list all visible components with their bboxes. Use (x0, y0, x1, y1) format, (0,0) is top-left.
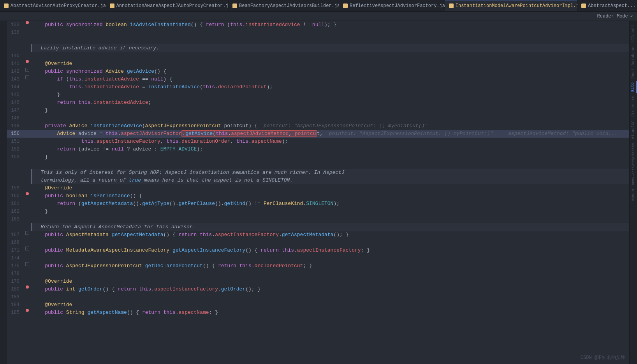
code-content: this.instantiatedAdvice = instantiateAdv… (31, 83, 629, 91)
code-line-180: 180 public int getOrder() { return this.… (7, 285, 629, 293)
code-line-159: 159 @Override (7, 184, 629, 192)
code-line-150: 150 Advice advice = this.aspectJAdvisorF… (7, 130, 629, 138)
code-line-175: 175 - public AspectJExpressionPointcut g… (7, 262, 629, 270)
tab-label: AnnotationAwareAspectJAutoProxyCreator.j… (116, 3, 237, 9)
line-gutter (23, 21, 31, 24)
line-gutter (23, 309, 31, 312)
code-area[interactable]: 133 public synchronized boolean isAdvice… (7, 21, 629, 364)
code-line-149: 149 private Advice instantiateAdvice(Asp… (7, 122, 629, 130)
code-content: @Override (31, 184, 629, 192)
line-gutter (23, 60, 31, 63)
line-num: 146 (7, 99, 23, 107)
line-gutter: - (23, 75, 31, 79)
line-num: 162 (7, 208, 23, 215)
code-line-133: 133 public synchronized boolean isAdvice… (7, 21, 629, 29)
code-line-167: 167 - public AspectMetadata getAspectMet… (7, 231, 629, 239)
tab-instantiation-model[interactable]: InstantiationModelAwarePointcutAdvisorIm… (445, 0, 577, 12)
code-line-162: 162 } (7, 208, 629, 215)
code-line-comment-aop: This is only of interest for Spring AOP:… (7, 169, 629, 177)
line-gutter: - (23, 68, 31, 72)
code-line-140: 140 (7, 52, 629, 60)
line-gutter: - (23, 247, 31, 250)
line-num: 136 (7, 29, 23, 37)
reader-mode-check-icon: ✓ (630, 13, 633, 19)
code-content: private Advice instantiateAdvice(AspectJ… (31, 122, 629, 130)
line-num: 160 (7, 192, 23, 200)
line-num: 143 (7, 75, 23, 83)
line-num: 178 (7, 270, 23, 278)
reader-mode-label[interactable]: Reader Mode (597, 14, 628, 19)
code-scroll[interactable]: 133 public synchronized boolean isAdvice… (7, 21, 629, 364)
tab-icon (581, 4, 586, 8)
code-line-comment-return: Return the AspectJ AspectMetadata for th… (7, 223, 629, 231)
sidebar-label-database[interactable]: Database (630, 45, 636, 67)
tab-label: InstantiationModelAwarePointcutAdvisorIm… (456, 3, 587, 9)
line-num: 171 (7, 247, 23, 254)
code-line-168: 168 (7, 239, 629, 247)
code-content: } (31, 91, 629, 99)
sidebar-label-visualgc[interactable]: VisualGC (630, 119, 636, 141)
line-num: 152 (7, 145, 23, 153)
line-num: 141 (7, 60, 23, 68)
line-num: 175 (7, 262, 23, 270)
tab-abstract-advisor[interactable]: AbstractAdvisorAutoProxyCreator.java ✕ (0, 0, 106, 12)
tab-reflective[interactable]: ReflectiveAspectJAdvisorFactory.java ✕ (339, 0, 445, 12)
code-content: return this.instantiatedAdvice; (31, 99, 629, 107)
line-num: 148 (7, 114, 23, 122)
line-num: 168 (7, 239, 23, 247)
code-line-161: 161 return (getAspectMetadata().getAjTyp… (7, 200, 629, 208)
line-num: 153 (7, 153, 23, 161)
sidebar-label-jclasshi[interactable]: JClasshi (630, 23, 636, 44)
line-num: 144 (7, 83, 23, 91)
code-line-146: 146 return this.instantiatedAdvice; (7, 99, 629, 107)
code-line-185: 185 public String getAspectName() { retu… (7, 309, 629, 317)
code-content: terminology, all a return of true means … (31, 177, 629, 184)
sidebar-label-structure[interactable]: Structure (630, 94, 636, 118)
code-line-145: 145 } (7, 91, 629, 99)
sidebar-label-bito[interactable]: Bito (630, 81, 637, 93)
sidebar-label-bpmn[interactable]: BPMN-ActivityDiagram (631, 142, 636, 187)
line-num: 167 (7, 231, 23, 239)
tab-label: AbstractAdvisorAutoProxyCreator.java (11, 3, 111, 9)
tab-abstract-aspect[interactable]: AbstractAspect... ✕ (577, 0, 637, 12)
code-line-174: 174 (7, 254, 629, 262)
code-content: public synchronized boolean isAdviceInst… (31, 21, 629, 29)
code-line-comment-aop2: terminology, all a return of true means … (7, 177, 629, 184)
line-num: 159 (7, 184, 23, 192)
tab-annotation-aware[interactable]: AnnotationAwareAspectJAutoProxyCreator.j… (106, 0, 229, 12)
code-content: public int getOrder() { return this.aspe… (31, 285, 629, 293)
code-line-160: 160 public boolean isPerInstance() { (7, 192, 629, 200)
tab-icon (449, 4, 454, 8)
code-line-136: 136 (7, 29, 629, 37)
code-content: } (31, 107, 629, 114)
line-num: 142 (7, 68, 23, 75)
tab-bean-factory[interactable]: BeanFactoryAspectJAdvisorsBuilder.java ✕ (229, 0, 339, 12)
code-line-148: 148 (7, 114, 629, 122)
code-content: if (this.instantiatedAdvice == null) { (31, 75, 629, 83)
code-line-144: 144 this.instantiatedAdvice = instantiat… (7, 83, 629, 91)
code-content: return (advice != null ? advice : EMPTY_… (31, 145, 629, 153)
code-line-183: 183 (7, 293, 629, 301)
code-content: public MetadataAwareAspectInstanceFactor… (31, 247, 629, 254)
sidebar-label-road[interactable]: Road (630, 68, 636, 80)
code-content: Advice advice = this.aspectJAdvisorFacto… (31, 130, 629, 138)
line-num: 179 (7, 278, 23, 285)
reader-mode-bar: Reader Mode ✓ (0, 12, 637, 21)
line-num: 180 (7, 285, 23, 293)
sidebar-label-maven[interactable]: Maven (630, 187, 636, 202)
code-line-comment-lazy: Lazily instantiate advice if necessary. (7, 44, 629, 52)
code-content: Return the AspectJ AspectMetadata for th… (31, 223, 629, 231)
code-line-179: 179 @Override (7, 278, 629, 285)
code-content: @Override (31, 301, 629, 309)
code-line-184: 184 @Override (7, 301, 629, 309)
line-gutter: - (23, 262, 31, 266)
code-line-163: 163 (7, 215, 629, 223)
code-line-152: 152 return (advice != null ? advice : EM… (7, 145, 629, 153)
code-content: This is only of interest for Spring AOP:… (31, 169, 629, 177)
code-content: } (31, 153, 629, 161)
code-content: } (31, 208, 629, 215)
line-num: 150 (7, 130, 23, 138)
code-content: public AspectMetadata getAspectMetadata(… (31, 231, 629, 239)
main-content: 133 public synchronized boolean isAdvice… (0, 21, 637, 364)
code-content: public boolean isPerInstance() { (31, 192, 629, 200)
